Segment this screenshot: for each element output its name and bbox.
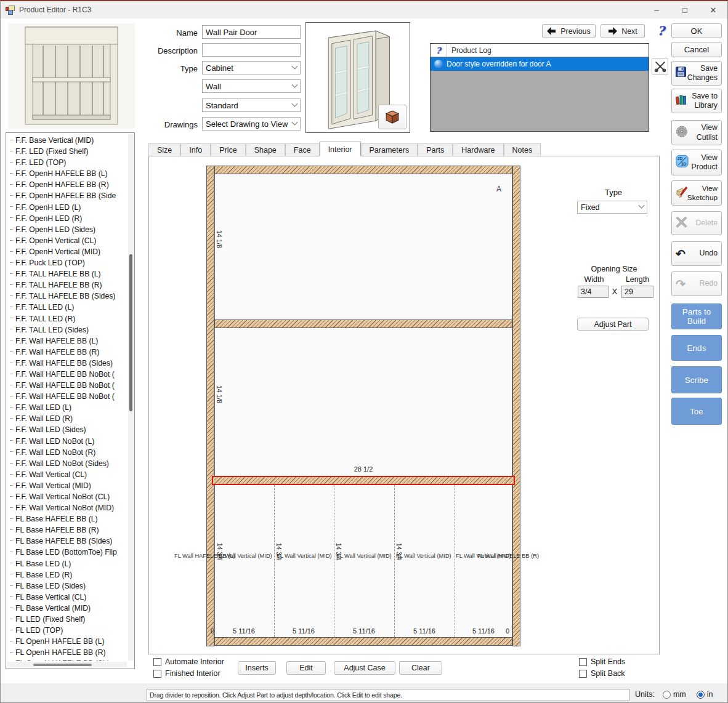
tab-shape[interactable]: Shape [246,143,285,156]
tab-notes[interactable]: Notes [504,143,541,156]
cabinet-left-side-part[interactable] [206,166,214,646]
bottom-section[interactable] [214,485,512,637]
view-sketchup-button[interactable]: View Sketchup [671,180,722,206]
vertical-partition-divider[interactable] [334,485,334,637]
list-item[interactable]: F.F. Wall Vertical (CL) [6,469,127,480]
description-input[interactable] [202,43,301,57]
tab-price[interactable]: Price [211,143,245,156]
list-item[interactable]: F.F. OpenH Vertical (CL) [6,235,127,246]
list-item[interactable]: F.F. TALL LED (Sides) [6,324,127,335]
part-type-dropdown[interactable]: Fixed [577,201,647,214]
list-item[interactable]: F.F. Wall HAFELE BB NoBot ( [6,369,127,380]
maximize-button[interactable]: □ [671,1,699,18]
scribe-button[interactable]: Scribe [671,366,722,393]
help-button[interactable]: ? [653,22,668,39]
list-item[interactable]: FL LED (Fixed Shelf) [6,614,127,625]
list-item[interactable]: F.F. Wall Vertical NoBot (CL) [6,491,127,502]
cabinet-right-side-part[interactable] [512,166,520,646]
scrollbar-thumb[interactable] [129,254,132,411]
opening-b[interactable] [214,328,512,476]
standard-dropdown[interactable]: Standard [202,98,301,112]
tab-size[interactable]: Size [148,143,180,156]
ok-button[interactable]: OK [671,23,722,38]
opening-length-field[interactable]: 29 [621,286,653,298]
list-item[interactable]: FL OpenH HAFELE BB (L) [6,636,127,647]
list-item[interactable]: F.F. LED (TOP) [6,157,127,168]
log-entry-row[interactable]: Door style overridden for door A [431,57,649,71]
list-item[interactable]: F.F. Wall Vertical (MID) [6,480,127,491]
adjust-part-button[interactable]: Adjust Part [577,318,649,331]
parts-to-build-button[interactable]: Parts to Build [671,303,722,329]
measure-tool-button[interactable] [652,58,668,75]
name-input[interactable] [202,25,301,39]
view-product-button[interactable]: 2D3D View Product [671,150,722,175]
clear-button[interactable]: Clear [399,661,442,675]
fixed-shelf-part[interactable] [214,319,512,328]
list-item[interactable]: F.F. Wall LED (Sides) [6,424,127,435]
subtype-dropdown[interactable]: Wall [202,79,301,93]
vertical-partition-divider[interactable] [274,485,275,637]
list-item[interactable]: F.F. TALL HAFELE BB (Sides) [6,291,127,302]
list-item[interactable]: F.F. OpenH LED (R) [6,213,127,224]
redo-button[interactable]: ↷ Redo [671,271,722,296]
list-item[interactable]: FL OpenH HAFELE BB (Sid [6,658,127,661]
list-item[interactable]: FL Base HAFELE BB (R) [6,524,127,536]
list-item[interactable]: FL Base HAFELE BB (Sides) [6,536,127,547]
opening-a[interactable]: A [214,174,512,319]
list-item[interactable]: F.F. Wall HAFELE BB (L) [6,335,127,347]
list-item[interactable]: F.F. OpenH HAFELE BB (L) [6,168,127,179]
edit-button[interactable]: Edit [286,661,326,675]
list-item[interactable]: FL Base Vertical (CL) [6,592,127,603]
vertical-partition-divider[interactable] [455,485,455,637]
minimize-button[interactable]: – [642,1,671,18]
list-item[interactable]: F.F. Wall HAFELE BB (Sides) [6,358,127,369]
list-item[interactable]: F.F. Wall LED (L) [6,402,127,413]
list-item[interactable]: FL Base LED (L) [6,558,127,569]
cabinet-top-part[interactable] [214,166,512,174]
tab-interior[interactable]: Interior [320,142,361,156]
next-button[interactable]: Next [601,24,645,38]
list-item[interactable]: F.F. OpenH LED (L) [6,202,127,213]
units-in-radio[interactable]: in [697,690,713,699]
type-dropdown[interactable]: Cabinet [202,61,301,74]
list-item[interactable]: FL Base LED (BottomToe) Flip [6,547,127,558]
list-item[interactable]: F.F. Puck LED (TOP) [6,257,127,268]
horizontal-scrollbar[interactable] [7,662,127,667]
list-item[interactable]: F.F. Base Vertical (MID) [6,135,127,146]
inserts-button[interactable]: Inserts [238,661,276,675]
list-item[interactable]: FL Base LED (Sides) [6,580,127,592]
list-item[interactable]: F.F. OpenH HAFELE BB (R) [6,179,127,190]
list-item[interactable]: F.F. TALL HAFELE BB (R) [6,279,127,291]
list-item[interactable]: F.F. OpenH HAFELE BB (Side [6,190,127,201]
vertical-scrollbar[interactable] [128,134,134,661]
drawings-dropdown[interactable]: Select Drawing to View [202,117,301,131]
split-ends-checkbox[interactable]: Split Ends [579,657,625,666]
automate-interior-checkbox[interactable]: Automate Interior [153,657,224,666]
list-item[interactable]: F.F. Wall HAFELE BB NoBot ( [6,380,127,391]
list-item[interactable]: F.F. OpenH LED (Sides) [6,224,127,235]
list-item[interactable]: F.F. TALL LED (R) [6,313,127,324]
finished-interior-checkbox[interactable]: Finished Interior [153,669,220,678]
undo-button[interactable]: ↶ Undo [671,241,722,266]
list-item[interactable]: FL OpenH HAFELE BB (R) [6,647,127,658]
scrollbar-thumb[interactable] [33,664,92,666]
cabinet-bottom-part[interactable] [214,637,512,646]
list-item[interactable]: F.F. Wall Vertical NoBot (MID) [6,502,127,513]
list-item[interactable]: FL Base LED (R) [6,569,127,580]
list-item[interactable]: F.F. Wall HAFELE BB (R) [6,347,127,358]
delete-button[interactable]: Delete [671,211,722,235]
adjust-case-button[interactable]: Adjust Case [334,661,395,675]
toe-button[interactable]: Toe [671,398,722,425]
opening-width-field[interactable]: 3/4 [578,286,609,298]
list-item[interactable]: F.F. TALL LED (L) [6,302,127,313]
close-button[interactable]: ✕ [699,1,727,18]
tab-info[interactable]: Info [180,143,211,156]
tab-face[interactable]: Face [285,143,320,156]
list-item[interactable]: F.F. TALL HAFELE BB (L) [6,268,127,279]
list-item[interactable]: F.F. Wall LED NoBot (L) [6,436,127,447]
tab-parts[interactable]: Parts [418,143,453,156]
view-cutlist-button[interactable]: View Cutlist [671,120,722,145]
list-item[interactable]: F.F. Wall HAFELE BB NoBot ( [6,391,127,402]
selected-divider[interactable] [212,476,515,485]
list-item[interactable]: FL LED (TOP) [6,625,127,636]
